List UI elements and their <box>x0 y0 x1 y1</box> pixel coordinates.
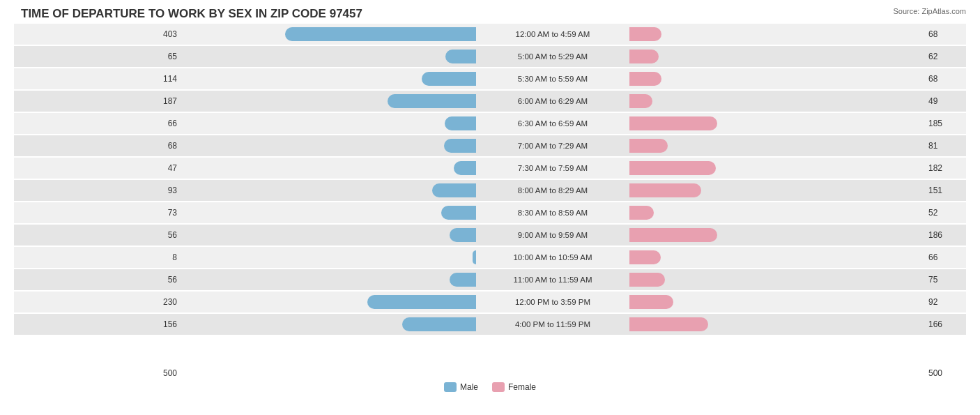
time-label: 5:30 AM to 5:59 AM <box>476 75 629 83</box>
time-label: 12:00 PM to 3:59 PM <box>476 298 629 306</box>
female-bar-container <box>629 94 924 108</box>
female-bar <box>629 116 717 130</box>
female-bar-container <box>629 273 924 287</box>
chart-row: 73 8:30 AM to 8:59 AM 52 <box>14 202 966 223</box>
male-bar-container <box>181 273 476 287</box>
male-bar <box>367 295 476 309</box>
female-value: 68 <box>924 29 966 39</box>
chart-row: 156 4:00 PM to 11:59 PM 166 <box>14 314 966 335</box>
chart-row: 56 11:00 AM to 11:59 AM 75 <box>14 269 966 290</box>
female-bar-container <box>629 206 924 220</box>
female-value: 166 <box>924 319 966 329</box>
axis-left-label: 500 <box>14 368 181 378</box>
legend-male: Male <box>444 382 478 392</box>
male-value: 65 <box>14 52 181 61</box>
male-bar <box>422 72 476 86</box>
legend-female: Female <box>492 382 536 392</box>
male-bar-container <box>181 317 476 331</box>
female-value: 81 <box>924 141 966 151</box>
time-label: 10:00 AM to 10:59 AM <box>476 253 629 262</box>
female-bar <box>629 183 701 197</box>
time-label: 4:00 PM to 11:59 PM <box>476 320 629 329</box>
legend: Male Female <box>14 382 966 392</box>
chart-row: 8 10:00 AM to 10:59 AM 66 <box>14 247 966 268</box>
time-label: 11:00 AM to 11:59 AM <box>476 276 629 284</box>
chart-row: 68 7:00 AM to 7:29 AM 81 <box>14 135 966 156</box>
male-bar-container <box>181 116 476 130</box>
legend-male-label: Male <box>460 382 478 392</box>
male-bar-container <box>181 183 476 197</box>
axis-row: 500 500 <box>14 368 966 378</box>
male-bar-container <box>181 161 476 175</box>
male-bar-container <box>181 139 476 153</box>
male-value: 8 <box>14 252 181 262</box>
female-value: 186 <box>924 230 966 240</box>
female-bar-container <box>629 295 924 309</box>
male-value: 230 <box>14 297 181 307</box>
axis-right-label: 500 <box>924 368 966 378</box>
male-value: 187 <box>14 96 181 106</box>
time-label: 7:00 AM to 7:29 AM <box>476 142 629 150</box>
time-label: 12:00 AM to 4:59 AM <box>476 30 629 38</box>
male-value: 114 <box>14 74 181 84</box>
female-value: 92 <box>924 297 966 307</box>
female-value: 62 <box>924 52 966 61</box>
male-bar-container <box>181 94 476 108</box>
legend-female-box <box>492 382 505 392</box>
male-value: 47 <box>14 163 181 173</box>
chart-container: TIME OF DEPARTURE TO WORK BY SEX IN ZIP … <box>0 0 980 415</box>
female-bar <box>629 228 717 242</box>
chart-area: 403 12:00 AM to 4:59 AM 68 65 5:00 AM to… <box>14 24 966 365</box>
male-bar <box>441 206 476 220</box>
female-value: 66 <box>924 252 966 262</box>
time-label: 8:30 AM to 8:59 AM <box>476 209 629 217</box>
female-value: 68 <box>924 74 966 84</box>
male-value: 93 <box>14 186 181 195</box>
female-bar <box>629 295 673 309</box>
female-bar-container <box>629 250 924 264</box>
time-label: 5:00 AM to 5:29 AM <box>476 52 629 61</box>
male-value: 56 <box>14 275 181 285</box>
male-bar-container <box>181 295 476 309</box>
male-bar-container <box>181 50 476 63</box>
male-bar-container <box>181 250 476 264</box>
male-bar <box>388 94 476 108</box>
female-bar <box>629 250 661 264</box>
female-bar <box>629 27 661 41</box>
male-bar <box>454 161 476 175</box>
chart-row: 114 5:30 AM to 5:59 AM 68 <box>14 68 966 89</box>
time-label: 6:00 AM to 6:29 AM <box>476 97 629 105</box>
chart-row: 56 9:00 AM to 9:59 AM 186 <box>14 225 966 246</box>
male-bar <box>444 139 476 153</box>
female-bar-container <box>629 139 924 153</box>
chart-row: 93 8:00 AM to 8:29 AM 151 <box>14 180 966 201</box>
time-label: 9:00 AM to 9:59 AM <box>476 231 629 239</box>
male-bar <box>445 116 476 130</box>
male-value: 403 <box>14 29 181 39</box>
female-bar <box>629 139 668 153</box>
male-value: 66 <box>14 119 181 128</box>
female-value: 75 <box>924 275 966 285</box>
chart-row: 47 7:30 AM to 7:59 AM 182 <box>14 158 966 179</box>
male-bar <box>445 50 476 63</box>
male-value: 73 <box>14 208 181 218</box>
legend-female-label: Female <box>508 382 536 392</box>
female-bar-container <box>629 183 924 197</box>
time-label: 6:30 AM to 6:59 AM <box>476 119 629 128</box>
female-bar-container <box>629 116 924 130</box>
female-bar <box>629 161 716 175</box>
chart-title: TIME OF DEPARTURE TO WORK BY SEX IN ZIP … <box>14 7 966 21</box>
female-value: 182 <box>924 163 966 173</box>
time-label: 8:00 AM to 8:29 AM <box>476 186 629 195</box>
female-bar <box>629 72 661 86</box>
male-bar <box>285 27 476 41</box>
chart-row: 230 12:00 PM to 3:59 PM 92 <box>14 292 966 312</box>
chart-row: 66 6:30 AM to 6:59 AM 185 <box>14 113 966 134</box>
source-text: Source: ZipAtlas.com <box>893 7 966 15</box>
male-bar <box>432 183 476 197</box>
female-bar-container <box>629 72 924 86</box>
legend-male-box <box>444 382 457 392</box>
female-bar <box>629 50 659 63</box>
female-bar <box>629 94 652 108</box>
male-value: 56 <box>14 230 181 240</box>
